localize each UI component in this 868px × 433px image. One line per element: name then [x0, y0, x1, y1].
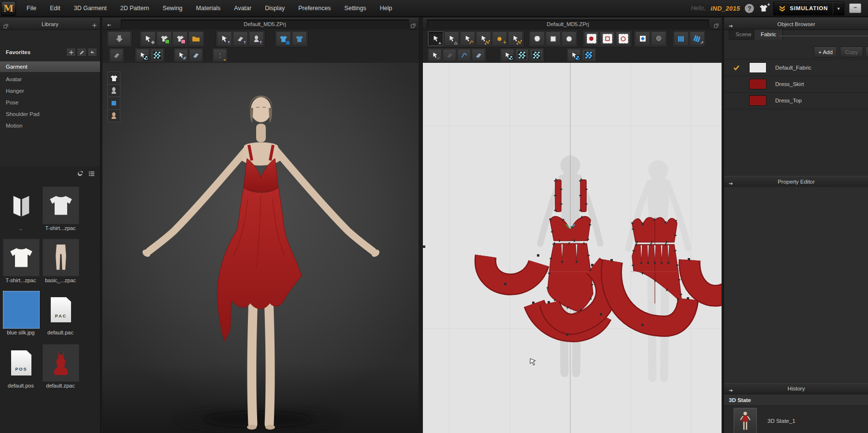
refresh-icon[interactable]	[76, 170, 84, 177]
window-dock-icon[interactable]	[2, 23, 9, 29]
scene-3d[interactable]	[102, 63, 419, 433]
select-texture-tool[interactable]	[567, 49, 581, 61]
select-panel-tool[interactable]	[428, 49, 442, 61]
collapse-icon[interactable]	[728, 388, 734, 393]
simulate-drop-button[interactable]	[108, 31, 131, 46]
internal-polygon-tool[interactable]	[584, 31, 599, 46]
library-item-parent-folder[interactable]	[3, 187, 40, 224]
viewport-3d[interactable]: Default_MD5.ZPrj ✥	[102, 16, 419, 433]
library-pin-icon[interactable]	[92, 23, 97, 28]
menu-display[interactable]: Display	[258, 0, 291, 16]
help-icon[interactable]: ?	[745, 4, 754, 13]
fabric-row-dress-top[interactable]: Dress_Top	[724, 92, 868, 109]
show-fabric-grid-tool[interactable]	[276, 31, 291, 46]
library-item-tshirt-2[interactable]	[3, 239, 40, 276]
library-item-blue-silk[interactable]	[3, 291, 40, 329]
check-icon[interactable]	[733, 64, 740, 72]
edit-curve-point-tool[interactable]	[476, 31, 491, 46]
dart-tool[interactable]	[651, 31, 666, 46]
sidebar-item-hanger[interactable]: Hanger	[0, 86, 100, 96]
mesh-paint-2d-tool[interactable]	[530, 49, 543, 61]
menu-preferences[interactable]: Preferences	[291, 0, 337, 16]
history-state-thumbnail[interactable]	[734, 408, 757, 433]
mesh-2d-tool[interactable]	[515, 49, 529, 61]
show-avatar-toggle[interactable]	[107, 84, 120, 97]
menu-settings[interactable]: Settings	[338, 0, 373, 16]
create-polygon-tool[interactable]	[530, 31, 545, 46]
select-mesh-2d-tool[interactable]	[501, 49, 514, 61]
simulation-button[interactable]: SIMULATION	[774, 2, 833, 15]
show-fabric-half-tool[interactable]	[292, 31, 307, 46]
edit-pattern-tool[interactable]	[444, 31, 459, 46]
sidebar-item-motion[interactable]: Motion	[0, 120, 100, 131]
create-rectangle-tool[interactable]	[546, 31, 561, 46]
panel-dark-tool[interactable]	[443, 49, 456, 61]
tab-fabric[interactable]: Fabric	[754, 29, 783, 40]
fabric-row-default[interactable]: Default_Fabric	[724, 59, 868, 76]
add-fabric-button[interactable]: + Add	[814, 46, 837, 58]
mesh-paint-tool[interactable]	[150, 49, 164, 61]
delete-fabric-button-clipped[interactable]	[865, 46, 868, 58]
fabric-row-dress-skirt[interactable]: Dress_Skirt	[724, 76, 868, 93]
menu-2d-pattern[interactable]: 2D Pattern	[114, 0, 156, 16]
panel-blue-tool[interactable]	[472, 49, 485, 61]
select-pin-tool[interactable]	[217, 31, 232, 46]
plane-cut-tool[interactable]	[189, 49, 203, 61]
add-avatar-icon[interactable]: +	[759, 4, 768, 13]
list-view-icon[interactable]	[88, 170, 95, 177]
flatten-tool[interactable]	[110, 49, 123, 61]
simulation-dropdown-icon[interactable]: ▾	[833, 2, 844, 15]
fabric-swatch[interactable]	[749, 62, 767, 73]
export-garment-tool[interactable]	[188, 31, 203, 46]
history-state-row[interactable]: 3D State_1	[724, 406, 868, 433]
create-circle-tool[interactable]	[562, 31, 577, 46]
edit-curvature-tool[interactable]	[460, 31, 475, 46]
library-item-default-pac[interactable]: PAC	[43, 291, 79, 329]
fabric-flatten-tool[interactable]: ↗	[690, 31, 705, 46]
avatar-head-tool[interactable]	[213, 49, 227, 61]
collapse-icon[interactable]	[728, 181, 734, 187]
menu-file[interactable]: File	[20, 0, 43, 16]
favorites-back-icon[interactable]	[87, 48, 97, 57]
window-expand-icon[interactable]	[410, 23, 417, 29]
menu-materials[interactable]: Materials	[189, 0, 228, 16]
library-item-default-pos[interactable]: POS	[3, 344, 40, 382]
internal-circle-tool[interactable]	[616, 31, 631, 46]
internal-diamond-tool[interactable]	[635, 31, 650, 46]
curve-panel-tool[interactable]	[457, 49, 471, 61]
menu-sewing[interactable]: Sewing	[156, 0, 189, 16]
menu-edit[interactable]: Edit	[43, 0, 67, 16]
favorites-edit-icon[interactable]	[77, 48, 87, 57]
show-pattern-toggle[interactable]	[107, 97, 120, 110]
menu-3d-garment[interactable]: 3D Garment	[67, 0, 114, 16]
username-text[interactable]: iND_2015	[710, 5, 740, 12]
minimize-button[interactable]: –	[849, 3, 861, 13]
viewport-2d[interactable]: Default_MD5.ZPrj + ↗	[423, 16, 722, 433]
sidebar-item-shoulder-pad[interactable]: Shoulder Pad	[0, 109, 100, 119]
transform-pattern-tool[interactable]	[428, 31, 443, 46]
window-expand-icon[interactable]	[713, 23, 720, 29]
pattern-canvas[interactable]	[423, 63, 722, 433]
library-item-pants[interactable]	[43, 239, 79, 276]
sidebar-item-garment[interactable]: Garment	[0, 61, 100, 72]
pin-to-avatar-tool[interactable]	[249, 31, 264, 46]
pin-to-box-tool[interactable]	[233, 31, 248, 46]
select-plane-tool[interactable]	[174, 49, 188, 61]
menu-help[interactable]: Help	[373, 0, 399, 16]
select-move-tool[interactable]: ✥	[141, 31, 156, 46]
select-mesh-tool[interactable]	[136, 49, 149, 61]
menu-avatar[interactable]: Avatar	[227, 0, 258, 16]
library-item-tshirt-1[interactable]	[43, 187, 79, 224]
collapse-icon[interactable]	[728, 23, 734, 29]
sidebar-item-pose[interactable]: Pose	[0, 97, 100, 108]
add-point-tool[interactable]: +	[492, 31, 507, 46]
app-logo-icon[interactable]: M	[1, 1, 16, 16]
sidebar-item-avatar[interactable]: Avatar	[0, 74, 100, 85]
show-skin-toggle[interactable]	[107, 109, 120, 122]
copy-fabric-button[interactable]: Copy	[840, 46, 863, 58]
library-item-default-zpac[interactable]	[43, 344, 79, 382]
internal-rectangle-tool[interactable]	[600, 31, 615, 46]
fabric-roll-tool[interactable]	[674, 31, 689, 46]
fabric-swatch[interactable]	[749, 95, 767, 106]
edit-texture-tool[interactable]	[582, 49, 595, 61]
